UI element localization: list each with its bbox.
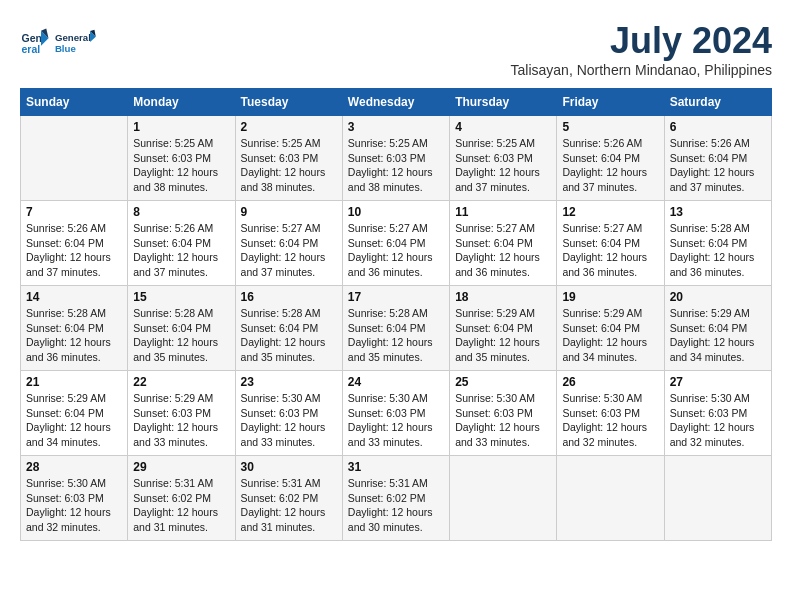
day-info: Sunrise: 5:31 AMSunset: 6:02 PMDaylight:… — [348, 476, 444, 535]
day-number: 25 — [455, 375, 551, 389]
weekday-header-monday: Monday — [128, 89, 235, 116]
day-number: 2 — [241, 120, 337, 134]
day-number: 16 — [241, 290, 337, 304]
day-number: 18 — [455, 290, 551, 304]
day-cell: 30Sunrise: 5:31 AMSunset: 6:02 PMDayligh… — [235, 456, 342, 541]
day-info: Sunrise: 5:26 AMSunset: 6:04 PMDaylight:… — [562, 136, 658, 195]
day-info: Sunrise: 5:25 AMSunset: 6:03 PMDaylight:… — [455, 136, 551, 195]
weekday-header-tuesday: Tuesday — [235, 89, 342, 116]
logo-icon: Gen eral — [20, 27, 50, 57]
location-subtitle: Talisayan, Northern Mindanao, Philippine… — [511, 62, 772, 78]
day-info: Sunrise: 5:26 AMSunset: 6:04 PMDaylight:… — [133, 221, 229, 280]
weekday-header-wednesday: Wednesday — [342, 89, 449, 116]
svg-text:General: General — [55, 32, 91, 43]
day-cell: 29Sunrise: 5:31 AMSunset: 6:02 PMDayligh… — [128, 456, 235, 541]
day-number: 6 — [670, 120, 766, 134]
day-cell: 17Sunrise: 5:28 AMSunset: 6:04 PMDayligh… — [342, 286, 449, 371]
day-info: Sunrise: 5:28 AMSunset: 6:04 PMDaylight:… — [241, 306, 337, 365]
day-number: 26 — [562, 375, 658, 389]
day-info: Sunrise: 5:28 AMSunset: 6:04 PMDaylight:… — [133, 306, 229, 365]
day-number: 22 — [133, 375, 229, 389]
day-cell: 1Sunrise: 5:25 AMSunset: 6:03 PMDaylight… — [128, 116, 235, 201]
svg-text:eral: eral — [22, 43, 41, 55]
day-cell: 27Sunrise: 5:30 AMSunset: 6:03 PMDayligh… — [664, 371, 771, 456]
general-blue-logo-graphic: General Blue — [54, 20, 98, 64]
logo: Gen eral General Blue — [20, 20, 98, 64]
day-number: 11 — [455, 205, 551, 219]
day-cell: 25Sunrise: 5:30 AMSunset: 6:03 PMDayligh… — [450, 371, 557, 456]
day-info: Sunrise: 5:25 AMSunset: 6:03 PMDaylight:… — [133, 136, 229, 195]
day-cell: 11Sunrise: 5:27 AMSunset: 6:04 PMDayligh… — [450, 201, 557, 286]
day-info: Sunrise: 5:25 AMSunset: 6:03 PMDaylight:… — [241, 136, 337, 195]
day-number: 15 — [133, 290, 229, 304]
day-info: Sunrise: 5:30 AMSunset: 6:03 PMDaylight:… — [241, 391, 337, 450]
day-info: Sunrise: 5:28 AMSunset: 6:04 PMDaylight:… — [26, 306, 122, 365]
day-number: 9 — [241, 205, 337, 219]
day-cell: 24Sunrise: 5:30 AMSunset: 6:03 PMDayligh… — [342, 371, 449, 456]
day-info: Sunrise: 5:30 AMSunset: 6:03 PMDaylight:… — [562, 391, 658, 450]
day-cell: 22Sunrise: 5:29 AMSunset: 6:03 PMDayligh… — [128, 371, 235, 456]
day-number: 23 — [241, 375, 337, 389]
day-cell: 15Sunrise: 5:28 AMSunset: 6:04 PMDayligh… — [128, 286, 235, 371]
day-info: Sunrise: 5:29 AMSunset: 6:04 PMDaylight:… — [670, 306, 766, 365]
day-number: 5 — [562, 120, 658, 134]
day-cell: 2Sunrise: 5:25 AMSunset: 6:03 PMDaylight… — [235, 116, 342, 201]
day-cell: 7Sunrise: 5:26 AMSunset: 6:04 PMDaylight… — [21, 201, 128, 286]
day-cell: 20Sunrise: 5:29 AMSunset: 6:04 PMDayligh… — [664, 286, 771, 371]
page-header: Gen eral General Blue July 2024 Talisaya… — [20, 20, 772, 78]
day-number: 17 — [348, 290, 444, 304]
day-cell: 3Sunrise: 5:25 AMSunset: 6:03 PMDaylight… — [342, 116, 449, 201]
day-info: Sunrise: 5:31 AMSunset: 6:02 PMDaylight:… — [241, 476, 337, 535]
day-cell: 13Sunrise: 5:28 AMSunset: 6:04 PMDayligh… — [664, 201, 771, 286]
day-cell: 9Sunrise: 5:27 AMSunset: 6:04 PMDaylight… — [235, 201, 342, 286]
day-number: 21 — [26, 375, 122, 389]
day-info: Sunrise: 5:29 AMSunset: 6:04 PMDaylight:… — [455, 306, 551, 365]
day-number: 7 — [26, 205, 122, 219]
weekday-header-friday: Friday — [557, 89, 664, 116]
day-number: 20 — [670, 290, 766, 304]
day-number: 1 — [133, 120, 229, 134]
day-info: Sunrise: 5:30 AMSunset: 6:03 PMDaylight:… — [670, 391, 766, 450]
day-cell: 10Sunrise: 5:27 AMSunset: 6:04 PMDayligh… — [342, 201, 449, 286]
day-cell: 26Sunrise: 5:30 AMSunset: 6:03 PMDayligh… — [557, 371, 664, 456]
day-info: Sunrise: 5:27 AMSunset: 6:04 PMDaylight:… — [348, 221, 444, 280]
day-cell: 23Sunrise: 5:30 AMSunset: 6:03 PMDayligh… — [235, 371, 342, 456]
day-info: Sunrise: 5:26 AMSunset: 6:04 PMDaylight:… — [670, 136, 766, 195]
day-number: 30 — [241, 460, 337, 474]
day-info: Sunrise: 5:29 AMSunset: 6:04 PMDaylight:… — [562, 306, 658, 365]
day-number: 13 — [670, 205, 766, 219]
day-number: 19 — [562, 290, 658, 304]
day-number: 4 — [455, 120, 551, 134]
calendar-table: SundayMondayTuesdayWednesdayThursdayFrid… — [20, 88, 772, 541]
day-number: 10 — [348, 205, 444, 219]
day-number: 24 — [348, 375, 444, 389]
day-info: Sunrise: 5:27 AMSunset: 6:04 PMDaylight:… — [562, 221, 658, 280]
weekday-header-saturday: Saturday — [664, 89, 771, 116]
calendar-title-block: July 2024 Talisayan, Northern Mindanao, … — [511, 20, 772, 78]
day-number: 28 — [26, 460, 122, 474]
day-cell: 16Sunrise: 5:28 AMSunset: 6:04 PMDayligh… — [235, 286, 342, 371]
day-cell: 8Sunrise: 5:26 AMSunset: 6:04 PMDaylight… — [128, 201, 235, 286]
day-cell — [664, 456, 771, 541]
week-row-1: 1Sunrise: 5:25 AMSunset: 6:03 PMDaylight… — [21, 116, 772, 201]
day-info: Sunrise: 5:27 AMSunset: 6:04 PMDaylight:… — [241, 221, 337, 280]
day-info: Sunrise: 5:26 AMSunset: 6:04 PMDaylight:… — [26, 221, 122, 280]
day-number: 27 — [670, 375, 766, 389]
day-cell — [450, 456, 557, 541]
weekday-header-thursday: Thursday — [450, 89, 557, 116]
day-info: Sunrise: 5:28 AMSunset: 6:04 PMDaylight:… — [348, 306, 444, 365]
day-cell: 28Sunrise: 5:30 AMSunset: 6:03 PMDayligh… — [21, 456, 128, 541]
day-cell: 12Sunrise: 5:27 AMSunset: 6:04 PMDayligh… — [557, 201, 664, 286]
day-cell: 5Sunrise: 5:26 AMSunset: 6:04 PMDaylight… — [557, 116, 664, 201]
week-row-2: 7Sunrise: 5:26 AMSunset: 6:04 PMDaylight… — [21, 201, 772, 286]
day-cell: 21Sunrise: 5:29 AMSunset: 6:04 PMDayligh… — [21, 371, 128, 456]
day-number: 31 — [348, 460, 444, 474]
day-cell: 4Sunrise: 5:25 AMSunset: 6:03 PMDaylight… — [450, 116, 557, 201]
day-number: 3 — [348, 120, 444, 134]
day-cell: 31Sunrise: 5:31 AMSunset: 6:02 PMDayligh… — [342, 456, 449, 541]
week-row-3: 14Sunrise: 5:28 AMSunset: 6:04 PMDayligh… — [21, 286, 772, 371]
week-row-5: 28Sunrise: 5:30 AMSunset: 6:03 PMDayligh… — [21, 456, 772, 541]
day-info: Sunrise: 5:30 AMSunset: 6:03 PMDaylight:… — [348, 391, 444, 450]
month-year-title: July 2024 — [511, 20, 772, 62]
day-number: 14 — [26, 290, 122, 304]
